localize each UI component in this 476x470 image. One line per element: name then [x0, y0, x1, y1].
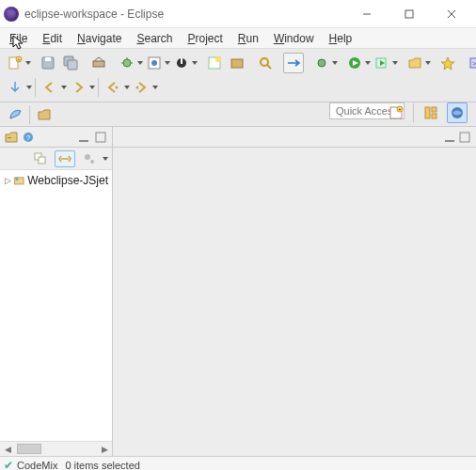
next-annotation-dropdown[interactable]: [151, 77, 158, 98]
project-icon: [13, 173, 25, 188]
next-annotation-button[interactable]: [131, 77, 151, 98]
status-selection-text: 0 items selected: [65, 460, 139, 471]
horizontal-scrollbar[interactable]: ◀ ▶: [0, 441, 112, 456]
svg-point-17: [151, 60, 157, 66]
view-maximize-button[interactable]: [93, 130, 108, 145]
run-last-button[interactable]: [372, 53, 392, 73]
forward-button[interactable]: [68, 77, 88, 98]
editor-area: [113, 127, 476, 456]
save-all-button[interactable]: [60, 53, 81, 73]
run-button[interactable]: [344, 53, 365, 73]
back-button[interactable]: [40, 77, 60, 98]
link-with-editor-button[interactable]: [55, 150, 75, 167]
svg-text:+: +: [18, 56, 21, 62]
menu-project[interactable]: Project: [182, 30, 228, 47]
svg-rect-22: [231, 59, 243, 68]
prev-annotation-dropdown[interactable]: [123, 77, 130, 98]
svg-point-51: [15, 178, 18, 180]
window-close-button[interactable]: [430, 1, 472, 27]
coverage-button[interactable]: [171, 53, 192, 73]
save-button[interactable]: [38, 53, 58, 73]
focus-task-button[interactable]: [79, 150, 100, 167]
launchbar-config[interactable]: [34, 104, 55, 125]
forward-dropdown[interactable]: [88, 77, 95, 98]
coverage-dropdown[interactable]: [192, 53, 198, 73]
resource-perspective-button[interactable]: [447, 102, 468, 123]
debug-dropdown[interactable]: [137, 53, 143, 73]
debug-button[interactable]: [117, 53, 137, 73]
search-button[interactable]: [255, 53, 276, 73]
menu-navigate[interactable]: Navigate: [71, 30, 127, 47]
main-toolbar: + >_: [0, 49, 476, 102]
expand-icon[interactable]: ▷: [4, 176, 13, 185]
open-perspective-button[interactable]: +: [386, 102, 406, 123]
project-tree[interactable]: ▷ Webclipse-JSjet: [0, 170, 112, 441]
editor-empty-area[interactable]: [113, 148, 476, 456]
svg-rect-52: [445, 140, 454, 142]
back-dropdown[interactable]: [60, 77, 67, 98]
status-brand: CodeMix: [17, 460, 57, 471]
launchbar-mode[interactable]: [5, 104, 25, 125]
menu-file[interactable]: File: [4, 30, 33, 47]
editor-minimize-button[interactable]: [442, 130, 457, 145]
view-menu-button[interactable]: [102, 149, 108, 169]
project-explorer-view: ? ▷ Webclipse-JSjet ◀ ▶: [0, 127, 113, 456]
pin-editor-button[interactable]: [283, 53, 304, 73]
svg-rect-41: [8, 137, 11, 138]
new-dropdown[interactable]: [25, 53, 31, 73]
svg-point-12: [123, 59, 131, 67]
menu-window[interactable]: Window: [268, 30, 320, 47]
menu-edit[interactable]: Edit: [37, 30, 68, 47]
svg-rect-19: [181, 58, 182, 64]
step-into-button[interactable]: [5, 77, 25, 98]
svg-line-24: [267, 65, 271, 69]
new-project-dropdown[interactable]: [425, 53, 431, 73]
explorer-help-icon[interactable]: ?: [21, 130, 36, 145]
window-maximize-button[interactable]: [388, 1, 430, 27]
svg-rect-1: [405, 10, 413, 18]
svg-rect-38: [432, 107, 436, 112]
window-title: eclipse-workspace - Eclipse: [24, 8, 164, 21]
view-minimize-button[interactable]: [76, 130, 91, 145]
menu-run[interactable]: Run: [232, 30, 264, 47]
editor-maximize-button[interactable]: [457, 130, 472, 145]
svg-rect-37: [425, 107, 430, 118]
scroll-left-arrow[interactable]: ◀: [0, 442, 15, 456]
menu-help[interactable]: Help: [324, 30, 358, 47]
collapse-all-button[interactable]: [30, 150, 51, 167]
menubar: File Edit Navigate Search Project Run Wi…: [0, 28, 476, 49]
status-check-icon: ✔: [4, 459, 13, 471]
window-minimize-button[interactable]: [345, 1, 388, 27]
run-dropdown[interactable]: [365, 53, 371, 73]
skip-breakpoints-dropdown[interactable]: [332, 53, 338, 73]
new-button[interactable]: +: [5, 53, 25, 73]
bookmark-button[interactable]: [437, 53, 458, 73]
scroll-thumb[interactable]: [17, 444, 41, 454]
terminal-button[interactable]: >_: [466, 53, 476, 73]
prev-annotation-button[interactable]: [103, 77, 123, 98]
svg-text:?: ?: [26, 133, 31, 142]
skip-breakpoints-button[interactable]: [311, 53, 332, 73]
new-package-button[interactable]: [227, 53, 247, 73]
scroll-right-arrow[interactable]: ▶: [97, 442, 112, 456]
open-type-dropdown[interactable]: [165, 53, 170, 73]
svg-point-23: [261, 58, 268, 66]
run-last-dropdown[interactable]: [392, 53, 398, 73]
new-java-button[interactable]: [204, 53, 225, 73]
status-bar: ✔ CodeMix 0 items selected: [0, 456, 476, 470]
open-type-button[interactable]: [144, 53, 165, 73]
svg-rect-8: [45, 57, 51, 61]
menu-search[interactable]: Search: [131, 30, 178, 47]
project-tree-item[interactable]: ▷ Webclipse-JSjet: [0, 172, 112, 189]
explorer-tab-icon[interactable]: [4, 130, 19, 145]
svg-point-32: [116, 86, 119, 89]
eclipse-app-icon: [4, 7, 19, 22]
new-project-button[interactable]: [405, 53, 425, 73]
svg-point-25: [318, 59, 325, 67]
svg-text:+: +: [399, 106, 402, 112]
titlebar: eclipse-workspace - Eclipse: [0, 0, 476, 28]
svg-rect-11: [93, 61, 104, 67]
java-perspective-button[interactable]: [420, 102, 441, 123]
step-into-dropdown[interactable]: [25, 77, 32, 98]
build-button[interactable]: [88, 53, 109, 73]
